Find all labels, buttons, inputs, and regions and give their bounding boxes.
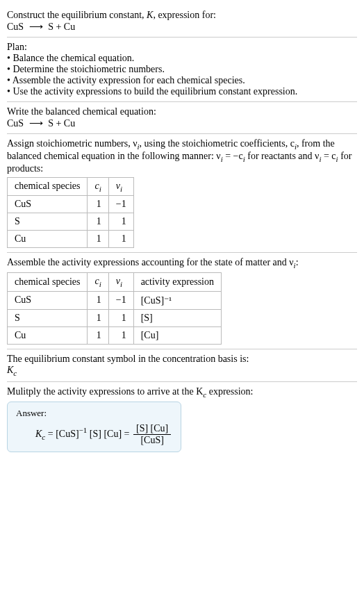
cell-species: Cu <box>8 326 88 344</box>
multiply-intro: Mulitply the activity expressions to arr… <box>7 386 357 399</box>
table-row: CuS 1 −1 [CuS]⁻¹ <box>8 291 222 309</box>
table-header-row: chemical species ci νi activity expressi… <box>8 273 222 292</box>
stoich-intro: Assign stoichiometric numbers, νi, using… <box>7 138 357 174</box>
cell-c: 1 <box>88 213 108 231</box>
plan-section: Plan: • Balance the chemical equation. •… <box>7 38 357 101</box>
cell-activity: [Cu] <box>133 326 221 344</box>
plan-item: • Balance the chemical equation. <box>7 53 357 64</box>
answer-math: Kc = [CuS]−1 [S] [Cu] = [S] [Cu][CuS] <box>16 423 172 446</box>
arrow-icon: ⟶ <box>29 21 43 33</box>
stoich-section: Assign stoichiometric numbers, νi, using… <box>7 134 357 252</box>
cell-activity: [S] <box>133 309 221 326</box>
col-nu: νi <box>108 177 133 196</box>
balanced-eq-lhs: CuS <box>7 118 24 129</box>
symbol-section: The equilibrium constant symbol in the c… <box>7 349 357 381</box>
cell-species: Cu <box>8 231 88 248</box>
cell-species: CuS <box>8 291 88 309</box>
prompt-section: Construct the equilibrium constant, K, e… <box>7 6 357 37</box>
text: = <box>45 428 56 438</box>
activity-section: Assemble the activity expressions accoun… <box>7 253 357 349</box>
arrow-icon: ⟶ <box>29 117 43 129</box>
text: : <box>296 257 299 267</box>
subscript: i <box>120 184 122 192</box>
fraction: [S] [Cu][CuS] <box>133 423 171 446</box>
fraction-denominator: [CuS] <box>133 435 171 446</box>
text: K <box>35 428 42 438</box>
symbol-line1: The equilibrium constant symbol in the c… <box>7 354 357 365</box>
cell-c: 1 <box>88 326 108 344</box>
cell-species: S <box>8 213 88 231</box>
text: for reactants and ν <box>245 151 320 161</box>
text: expression: <box>206 386 253 397</box>
plan-title: Plan: <box>7 42 357 53</box>
balanced-equation: CuS ⟶ S + Cu <box>7 117 357 129</box>
cell-c: 1 <box>88 291 108 309</box>
table-row: CuS 1 −1 <box>8 196 134 213</box>
table-row: S 1 1 [S] <box>8 309 222 326</box>
text: = −c <box>223 151 243 161</box>
answer-box: Answer: Kc = [CuS]−1 [S] [Cu] = [S] [Cu]… <box>7 402 181 452</box>
balanced-section: Write the balanced chemical equation: Cu… <box>7 102 357 133</box>
prompt-equation: CuS ⟶ S + Cu <box>7 21 357 33</box>
cell-nu: 1 <box>108 213 133 231</box>
cell-c: 1 <box>88 196 108 213</box>
text: [S] [Cu] = <box>87 428 132 438</box>
cell-c: 1 <box>88 231 108 248</box>
subscript: i <box>99 184 101 192</box>
col-nu: νi <box>108 273 133 292</box>
table-header-row: chemical species ci νi <box>8 177 134 196</box>
subscript: i <box>99 280 101 288</box>
prompt-line1: Construct the equilibrium constant, K, e… <box>7 10 357 21</box>
subscript: i <box>120 280 122 288</box>
table-row: S 1 1 <box>8 213 134 231</box>
col-c: ci <box>88 177 108 196</box>
cell-nu: −1 <box>108 196 133 213</box>
plan-item: • Assemble the activity expression for e… <box>7 75 357 86</box>
col-species: chemical species <box>8 273 88 292</box>
col-species: chemical species <box>8 177 88 196</box>
balanced-title: Write the balanced chemical equation: <box>7 106 357 117</box>
cell-c: 1 <box>88 309 108 326</box>
cell-nu: 1 <box>108 309 133 326</box>
cell-species: S <box>8 309 88 326</box>
stoich-table: chemical species ci νi CuS 1 −1 S 1 1 Cu… <box>7 177 134 249</box>
answer-label: Answer: <box>16 408 172 419</box>
text: , using the stoichiometric coefficients,… <box>140 138 295 149</box>
subscript: c <box>13 369 17 377</box>
superscript: −1 <box>79 426 88 434</box>
plan-item: • Determine the stoichiometric numbers. <box>7 64 357 75</box>
activity-table: chemical species ci νi activity expressi… <box>7 272 222 345</box>
text: Mulitply the activity expressions to arr… <box>7 386 203 397</box>
prompt-eq-lhs: CuS <box>7 22 24 32</box>
col-c: ci <box>88 273 108 292</box>
text: = c <box>321 151 336 161</box>
text: Assemble the activity expressions accoun… <box>7 257 294 267</box>
activity-intro: Assemble the activity expressions accoun… <box>7 257 357 270</box>
symbol-kc: Kc <box>7 365 357 377</box>
cell-species: CuS <box>8 196 88 213</box>
cell-nu: −1 <box>108 291 133 309</box>
fraction-numerator: [S] [Cu] <box>133 423 171 435</box>
text: Assign stoichiometric numbers, ν <box>7 138 138 149</box>
table-row: Cu 1 1 <box>8 231 134 248</box>
cell-nu: 1 <box>108 231 133 248</box>
table-row: Cu 1 1 [Cu] <box>8 326 222 344</box>
plan-item: • Use the activity expressions to build … <box>7 86 357 97</box>
col-activity: activity expression <box>133 273 221 292</box>
cell-activity: [CuS]⁻¹ <box>133 291 221 309</box>
text: K <box>7 365 13 375</box>
balanced-eq-rhs: S + Cu <box>48 118 75 129</box>
multiply-section: Mulitply the activity expressions to arr… <box>7 382 357 456</box>
text: [CuS] <box>56 428 78 438</box>
cell-nu: 1 <box>108 326 133 344</box>
prompt-eq-rhs: S + Cu <box>48 22 75 32</box>
